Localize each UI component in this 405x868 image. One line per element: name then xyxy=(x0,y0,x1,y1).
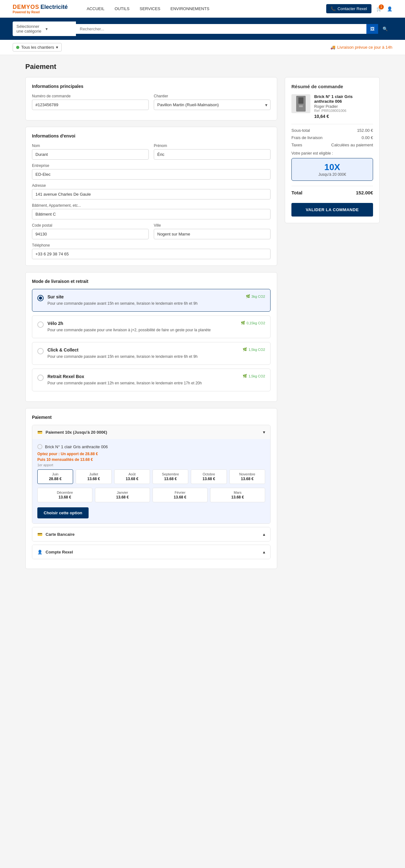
chantier-select-wrap: Pavillon Martin (Rueil-Malmaison) ▾ xyxy=(154,99,270,110)
adresse-input[interactable] xyxy=(32,189,270,199)
nav-services[interactable]: SERVICES xyxy=(140,6,161,11)
total-line: Total 152.00€ xyxy=(291,190,373,195)
entreprise-group: Entreprise xyxy=(32,163,270,180)
payment-carte-icon: 💳 xyxy=(37,532,42,537)
nom-input[interactable] xyxy=(32,149,149,160)
cart-badge: 1 xyxy=(379,4,384,9)
image-search-button[interactable]: 🖼 xyxy=(367,24,378,34)
product-img-svg xyxy=(295,94,307,113)
search-bar: Sélectionner une catégorie ▾ 🖼 🔍 xyxy=(0,18,405,40)
installment-juillet: Juillet 13.68 € xyxy=(76,469,111,484)
delivery-option-sur-site[interactable]: Sur site Pour une commande passée avant … xyxy=(32,289,270,312)
logo-text: DEMYOS Electricité xyxy=(13,4,68,10)
delivery-notice: 🚚 Livraison prévue ce jour à 14h xyxy=(330,45,392,50)
header: DEMYOS Electricité Powered by Rexel ACCU… xyxy=(0,0,405,18)
validate-button[interactable]: VALIDER LA COMMANDE xyxy=(291,203,373,217)
payment-compte-header[interactable]: 👤 Compte Rexel ▴ xyxy=(32,545,270,559)
batiment-group: Bâtiment, Appartement, etc... xyxy=(32,203,270,219)
promo-limit-label: Jusqu'à 20 000€ xyxy=(318,172,346,177)
payment-10x-chevron-icon: ▾ xyxy=(263,430,265,435)
ville-group: Ville xyxy=(154,223,270,239)
payment-10x-label: Paiement 10x (Jusqu'à 20 000€) xyxy=(46,430,107,435)
nav-environnements[interactable]: ENVIRONNEMENTS xyxy=(171,6,209,11)
payment-10x-body: Brick N° 1 clair Gris anthracite 006 Opt… xyxy=(32,439,270,523)
prenom-input[interactable] xyxy=(154,149,270,160)
content-layout: Informations principales Numéro de comma… xyxy=(25,77,380,575)
prenom-label: Prénom xyxy=(154,144,270,148)
payment-10x-header[interactable]: 💳 Paiement 10x (Jusqu'à 20 000€) ▾ xyxy=(32,425,270,439)
category-select[interactable]: Sélectionner une catégorie ▾ xyxy=(13,22,76,36)
co2-rexel-box: 🌿 1,5kg CO2 xyxy=(243,374,265,378)
summary-divider2 xyxy=(291,186,373,186)
delivery-rexel-box-desc: Pour une commande passée avant 12h en se… xyxy=(48,380,239,386)
order-number-input[interactable] xyxy=(32,99,149,110)
taxes-line: Taxes Calculées au paiement xyxy=(291,143,373,147)
payment-carte-label: Carte Bancaire xyxy=(46,532,75,537)
delivery-option-rexel-box[interactable]: Retrait Rexel Box Pour une commande pass… xyxy=(32,369,270,391)
site-bar: Tous les chantiers ▾ 🚚 Livraison prévue … xyxy=(0,40,405,55)
installment-mars: Mars 13.68 € xyxy=(210,488,265,502)
main-info-row: Numéro de commande Chantier Pavillon Mar… xyxy=(32,94,270,110)
search-button[interactable]: 🔍 xyxy=(378,24,392,34)
payment-10x-product-row: Brick N° 1 clair Gris anthracite 006 xyxy=(37,444,265,449)
site-status-dot xyxy=(16,46,19,49)
shipping-info-card: Informations d'envoi Nom Prénom Entrepri… xyxy=(25,127,277,266)
nav-outils[interactable]: OUTILS xyxy=(115,6,129,11)
category-chevron-icon: ▾ xyxy=(46,27,72,31)
radio-rexel-box xyxy=(37,375,44,381)
svg-rect-2 xyxy=(299,105,303,107)
telephone-label: Téléphone xyxy=(32,243,270,248)
site-selector[interactable]: Tous les chantiers ▾ xyxy=(13,43,62,52)
choose-10x-button[interactable]: Choisir cette option xyxy=(37,507,89,518)
frais-line: Frais de livraison 0.00 € xyxy=(291,135,373,140)
radio-inner-sur-site xyxy=(39,297,42,300)
installment-row1: Juin 28.88 € Juillet 13.68 € Août 13.68 … xyxy=(37,469,265,484)
entreprise-label: Entreprise xyxy=(32,163,270,168)
payment-compte-label-wrap: 👤 Compte Rexel xyxy=(37,550,73,554)
payment-carte-chevron-icon: ▴ xyxy=(263,532,265,537)
code-postal-input[interactable] xyxy=(32,229,149,239)
delivery-velo-info: Vélo 2h Pour une commande passée pour un… xyxy=(48,321,237,333)
installment-fevrier: Février 13.68 € xyxy=(152,488,208,502)
payment-card: Paiement 💳 Paiement 10x (Jusqu'à 20 000€… xyxy=(25,408,277,569)
promo-badge: 10X Jusqu'à 20 000€ xyxy=(291,158,373,181)
site-chevron-icon: ▾ xyxy=(56,45,58,50)
adresse-group: Adresse xyxy=(32,183,270,199)
delivery-option-click-collect[interactable]: Click & Collect Pour une commande passée… xyxy=(32,342,270,365)
eligible-label: Votre panier est eligible : xyxy=(291,151,373,156)
leaf-icon-velo: 🌿 xyxy=(241,321,245,325)
payment-carte-header[interactable]: 💳 Carte Bancaire ▴ xyxy=(32,527,270,541)
chantier-group: Chantier Pavillon Martin (Rueil-Malmaiso… xyxy=(154,94,270,110)
frais-label: Frais de livraison xyxy=(291,135,322,140)
side-column: Résumé de commande Brick N° 1 clair Gris… xyxy=(285,77,380,223)
code-postal-group: Code postal xyxy=(32,223,149,239)
payment-compte-option: 👤 Compte Rexel ▴ xyxy=(32,545,270,559)
payment-10x-label-wrap: 💳 Paiement 10x (Jusqu'à 20 000€) xyxy=(37,430,107,435)
delivery-option-velo[interactable]: Vélo 2h Pour une commande passée pour un… xyxy=(32,315,270,338)
delivery-click-collect-name: Click & Collect xyxy=(48,347,239,352)
summary-divider1 xyxy=(291,124,373,124)
chantier-select[interactable]: Pavillon Martin (Rueil-Malmaison) xyxy=(154,99,270,110)
frais-value: 0.00 € xyxy=(361,135,373,140)
adresse-label: Adresse xyxy=(32,183,270,188)
ville-input[interactable] xyxy=(154,229,270,239)
shipping-title: Informations d'envoi xyxy=(32,133,270,138)
contact-icon: 📞 xyxy=(331,6,336,11)
entreprise-input[interactable] xyxy=(32,169,270,180)
delivery-title: Mode de livraison et retrait xyxy=(32,279,270,284)
contact-button[interactable]: 📞 Contacter Rexel xyxy=(326,4,372,13)
search-input[interactable] xyxy=(76,24,367,34)
header-actions: 📞 Contacter Rexel 🛒 1 👤 xyxy=(326,4,392,13)
code-postal-label: Code postal xyxy=(32,223,149,227)
product-image xyxy=(291,94,310,113)
nom-group: Nom xyxy=(32,144,149,160)
taxes-label: Taxes xyxy=(291,143,302,147)
installment-octobre: Octobre 13.68 € xyxy=(191,469,227,484)
logo-elec: Electricité xyxy=(40,4,68,10)
cart-button[interactable]: 🛒 1 xyxy=(377,6,382,11)
nav-accueil[interactable]: ACCUEIL xyxy=(87,6,105,11)
user-icon[interactable]: 👤 xyxy=(387,6,392,11)
telephone-input[interactable] xyxy=(32,249,270,259)
radio-click-collect xyxy=(37,348,44,354)
batiment-input[interactable] xyxy=(32,209,270,219)
